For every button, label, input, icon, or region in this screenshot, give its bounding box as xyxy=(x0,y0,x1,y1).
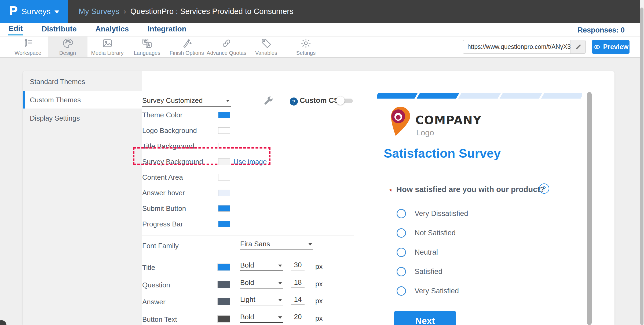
toolbar-item-finish-options[interactable]: Finish Options xyxy=(167,37,207,57)
button-text-weight-select[interactable]: Bold xyxy=(240,312,283,323)
responses-count[interactable]: Responses: 0 xyxy=(577,26,625,34)
option-label[interactable]: Not Satisfied xyxy=(415,229,456,237)
company-logo-subtext: Logo xyxy=(416,128,434,137)
row-label-button-text: Button Text xyxy=(142,315,177,323)
progress-segment xyxy=(541,93,582,99)
question-weight-select[interactable]: Bold xyxy=(240,277,283,288)
theme-select-value: Survey Customized xyxy=(142,96,203,105)
wrench-icon[interactable] xyxy=(263,95,274,106)
question-color-swatch[interactable] xyxy=(217,281,230,288)
radio-neutral[interactable] xyxy=(397,248,406,257)
question-size-input[interactable] xyxy=(291,277,305,288)
product-switcher[interactable]: P Surveys xyxy=(0,0,68,23)
answer-hover-swatch[interactable] xyxy=(218,190,230,196)
breadcrumb-current-survey: QuestionPro : Services Provided to Consu… xyxy=(130,7,294,16)
font-family-label: Font Family xyxy=(142,242,179,250)
product-name: Surveys xyxy=(21,7,50,16)
question-help-icon[interactable]: ? xyxy=(539,183,549,194)
option-label[interactable]: Neutral xyxy=(415,248,438,257)
company-pin-logo xyxy=(388,106,411,137)
tab-edit[interactable]: Edit xyxy=(8,24,23,35)
breadcrumb-separator-icon: › xyxy=(123,7,126,16)
sidebar-item-custom-themes[interactable]: Custom Themes xyxy=(23,91,142,109)
progress-bar-swatch[interactable] xyxy=(218,221,230,227)
progress-segment xyxy=(416,93,459,99)
toolbar-label: Advance Quotas xyxy=(207,50,246,56)
toolbar-label: Design xyxy=(59,50,76,56)
option-label[interactable]: Very Dissatisfied xyxy=(415,209,468,218)
next-button[interactable]: Next xyxy=(394,311,456,325)
row-label-progress-bar: Progress Bar xyxy=(142,220,183,228)
content-area-swatch[interactable] xyxy=(218,174,230,180)
image-icon xyxy=(102,38,113,49)
use-image-link[interactable]: Use image xyxy=(233,158,267,166)
chat-widget-partial[interactable] xyxy=(0,320,6,325)
sidebar-item-standard-themes[interactable]: Standard Themes xyxy=(23,73,142,90)
weight-value: Bold xyxy=(240,279,254,287)
toolbar-label: Finish Options xyxy=(170,50,204,56)
button-text-color-swatch[interactable] xyxy=(217,315,230,323)
toolbar-item-design[interactable]: Design xyxy=(48,37,87,57)
title-color-swatch[interactable] xyxy=(217,263,230,271)
radio-very-dissatisfied[interactable] xyxy=(397,209,406,218)
toolbar-item-workspace[interactable]: Workspace xyxy=(8,37,48,57)
chevron-down-icon xyxy=(54,10,59,13)
option-label[interactable]: Satisfied xyxy=(415,267,442,276)
chevron-down-icon xyxy=(278,316,282,319)
preview-button-label: Preview xyxy=(603,43,629,51)
edit-url-button[interactable] xyxy=(570,40,586,53)
radio-satisfied[interactable] xyxy=(397,267,406,276)
unit-label: px xyxy=(315,314,323,322)
font-family-select[interactable]: Fira Sans xyxy=(240,238,313,250)
title-size-input[interactable] xyxy=(291,260,305,270)
toolbar-item-variables[interactable]: Variables xyxy=(246,37,286,57)
row-label-theme-color: Theme Color xyxy=(142,111,182,119)
progress-segment xyxy=(458,93,501,99)
chevron-down-icon xyxy=(308,243,312,245)
translate-icon xyxy=(141,38,153,49)
radio-very-satisfied[interactable] xyxy=(397,286,406,296)
question-text: How satisfied are you with our product? xyxy=(396,185,545,194)
tab-integration[interactable]: Integration xyxy=(147,24,187,35)
survey-title: Satisfaction Survey xyxy=(384,146,501,161)
radio-not-satisfied[interactable] xyxy=(397,228,406,238)
preview-button[interactable]: Preview xyxy=(592,40,630,54)
custom-css-toggle[interactable] xyxy=(336,96,353,105)
sidebar-item-display-settings[interactable]: Display Settings xyxy=(23,110,142,127)
preview-scrollbar-thumb[interactable] xyxy=(587,92,592,325)
survey-url-input[interactable] xyxy=(463,40,570,53)
survey-background-swatch[interactable] xyxy=(218,158,230,165)
breadcrumb-my-surveys[interactable]: My Surveys xyxy=(79,7,119,16)
answer-weight-select[interactable]: Light xyxy=(240,294,283,305)
toolbar-item-advance-quotas[interactable]: Advance Quotas xyxy=(207,37,246,57)
row-label-answer: Answer xyxy=(142,298,166,306)
answer-size-input[interactable] xyxy=(291,294,305,305)
answer-color-swatch[interactable] xyxy=(217,298,230,305)
toolbar-item-languages[interactable]: Languages xyxy=(127,37,167,57)
toolbar-item-media-library[interactable]: Media Library xyxy=(87,37,127,57)
theme-color-swatch[interactable] xyxy=(218,112,230,118)
pencil-icon xyxy=(575,44,582,50)
magic-wand-icon xyxy=(181,38,192,49)
option-label[interactable]: Very Satisfied xyxy=(415,287,459,295)
weight-value: Light xyxy=(240,295,255,304)
chevron-down-icon xyxy=(278,282,282,284)
toggle-knob xyxy=(336,96,345,105)
unit-label: px xyxy=(315,280,323,288)
theme-help-icon[interactable]: ? xyxy=(290,98,298,106)
page-scrollbar-thumb[interactable] xyxy=(640,8,643,325)
workspace-icon xyxy=(22,38,34,49)
theme-select[interactable]: Survey Customized xyxy=(142,95,231,107)
tab-distribute[interactable]: Distribute xyxy=(41,24,77,35)
top-bar: P Surveys My Surveys › QuestionPro : Ser… xyxy=(0,0,644,23)
title-weight-select[interactable]: Bold xyxy=(240,260,283,271)
row-label-submit-button: Submit Button xyxy=(142,204,186,212)
row-label-answer-hover: Answer hover xyxy=(142,189,185,197)
toolbar-label: Media Library xyxy=(91,50,123,56)
logo-background-swatch[interactable] xyxy=(218,127,230,134)
tab-analytics[interactable]: Analytics xyxy=(95,24,130,35)
submit-button-swatch[interactable] xyxy=(218,205,230,212)
toolbar-item-settings[interactable]: Settings xyxy=(286,37,326,57)
button-text-size-input[interactable] xyxy=(291,312,305,322)
design-toolbar: Workspace Design Media Library Languag xyxy=(0,37,644,58)
